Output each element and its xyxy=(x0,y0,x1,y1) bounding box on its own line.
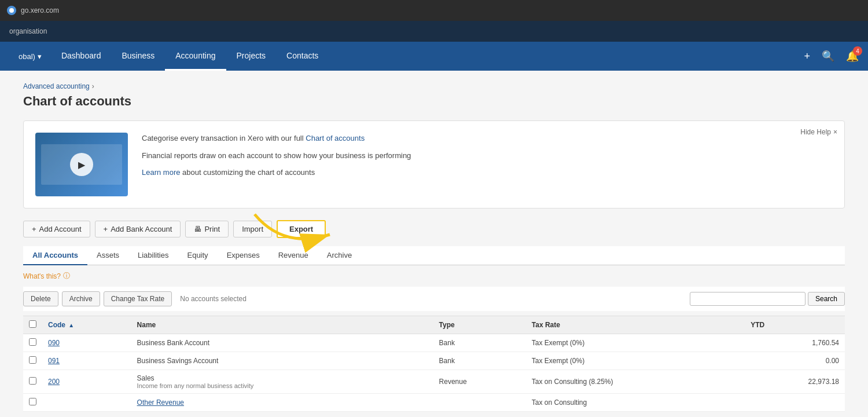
row-select-checkbox[interactable] xyxy=(29,338,36,346)
org-selector[interactable]: obal) ▾ xyxy=(9,52,51,61)
video-thumbnail[interactable]: ▶ xyxy=(35,133,128,196)
row-select-checkbox[interactable] xyxy=(29,356,36,364)
search-icon[interactable]: 🔍 xyxy=(822,50,834,63)
row-tax-rate: Tax Exempt (0%) xyxy=(526,352,745,370)
add-bank-account-button[interactable]: + Add Bank Account xyxy=(95,221,181,237)
tab-all-accounts[interactable]: All Accounts xyxy=(23,246,87,265)
info-icon: ⓘ xyxy=(63,271,70,281)
account-code-link[interactable]: 091 xyxy=(48,357,60,365)
org-name: obal) xyxy=(19,52,35,61)
row-type: Bank xyxy=(433,334,526,352)
row-checkbox xyxy=(23,394,42,412)
row-name: Other Revenue xyxy=(131,394,433,412)
no-selected-label: No accounts selected xyxy=(180,295,247,303)
notification-button[interactable]: 🔔 4 xyxy=(846,50,859,63)
archive-button[interactable]: Archive xyxy=(62,291,100,306)
row-type: Revenue xyxy=(433,370,526,394)
add-account-button[interactable]: + Add Account xyxy=(23,221,90,237)
play-button[interactable]: ▶ xyxy=(70,153,93,176)
browser-url: go.xero.com xyxy=(21,6,59,14)
nav-right: + 🔍 🔔 4 xyxy=(804,50,868,63)
code-sort-link[interactable]: Code ▲ xyxy=(48,321,74,329)
org-label: organisation xyxy=(9,27,47,35)
xero-top-bar: organisation xyxy=(0,21,868,42)
search-button[interactable]: Search xyxy=(808,292,845,306)
row-name: Sales Income from any normal business ac… xyxy=(131,370,433,394)
info-box: ▶ Categorise every transaction in Xero w… xyxy=(23,120,845,209)
account-name-link[interactable]: Other Revenue xyxy=(137,398,184,407)
hide-help-button[interactable]: Hide Help × xyxy=(800,128,837,136)
row-tax-rate: Tax on Consulting (8.25%) xyxy=(526,370,745,394)
header-checkbox xyxy=(23,316,42,334)
nav-business[interactable]: Business xyxy=(111,42,165,71)
table-row: Other Revenue Tax on Consulting xyxy=(23,394,845,412)
nav-dashboard[interactable]: Dashboard xyxy=(51,42,112,71)
browser-bar: go.xero.com xyxy=(0,0,868,21)
browser-favicon xyxy=(7,6,16,15)
table-row: 200 Sales Income from any normal busines… xyxy=(23,370,845,394)
tab-revenue[interactable]: Revenue xyxy=(269,246,318,265)
page-content: Advanced accounting › Chart of accounts … xyxy=(0,71,868,417)
select-all-checkbox[interactable] xyxy=(29,320,36,328)
add-button[interactable]: + xyxy=(804,50,810,63)
row-name: Business Savings Account xyxy=(131,352,433,370)
row-tax-rate: Tax on Consulting xyxy=(526,394,745,412)
accounts-table: Code ▲ Name Type Tax Rate YTD 090 Busine… xyxy=(23,316,845,412)
tab-liabilities[interactable]: Liabilities xyxy=(128,246,178,265)
account-tabs: All Accounts Assets Liabilities Equity E… xyxy=(23,246,845,265)
tab-assets[interactable]: Assets xyxy=(87,246,128,265)
search-input[interactable] xyxy=(690,292,806,306)
tab-equity[interactable]: Equity xyxy=(178,246,217,265)
chart-of-accounts-link[interactable]: Chart of accounts xyxy=(306,134,365,142)
row-type xyxy=(433,394,526,412)
breadcrumb-parent[interactable]: Advanced accounting xyxy=(23,82,90,90)
import-button[interactable]: Import xyxy=(233,221,272,237)
action-bar: + Add Account + Add Bank Account 🖶 Print… xyxy=(23,220,845,238)
learn-more-link[interactable]: Learn more xyxy=(142,168,180,177)
nav-projects[interactable]: Projects xyxy=(226,42,277,71)
row-checkbox xyxy=(23,352,42,370)
row-ytd: 22,973.18 xyxy=(745,370,845,394)
nav-contacts[interactable]: Contacts xyxy=(276,42,329,71)
change-tax-rate-button[interactable]: Change Tax Rate xyxy=(104,291,172,306)
info-text-1: Categorise every transaction in Xero wit… xyxy=(142,133,833,144)
breadcrumb: Advanced accounting › xyxy=(23,82,845,90)
row-tax-rate: Tax Exempt (0%) xyxy=(526,334,745,352)
print-button[interactable]: 🖶 Print xyxy=(185,221,229,237)
row-ytd: 1,760.54 xyxy=(745,334,845,352)
header-ytd: YTD xyxy=(745,316,845,334)
row-type: Bank xyxy=(433,352,526,370)
svg-point-0 xyxy=(9,8,14,13)
row-select-checkbox[interactable] xyxy=(29,377,36,385)
delete-button[interactable]: Delete xyxy=(23,291,58,306)
row-code: 200 xyxy=(42,370,131,394)
header-name: Name xyxy=(131,316,433,334)
page-title: Chart of accounts xyxy=(23,94,845,109)
row-select-checkbox[interactable] xyxy=(29,398,36,405)
row-code: 090 xyxy=(42,334,131,352)
row-name-sub: Income from any normal business activity xyxy=(137,382,428,389)
tab-archive[interactable]: Archive xyxy=(318,246,361,265)
breadcrumb-separator: › xyxy=(92,82,94,90)
account-code-link[interactable]: 200 xyxy=(48,378,60,386)
row-ytd: 0.00 xyxy=(745,352,845,370)
info-text-3: Learn more about customizing the chart o… xyxy=(142,167,833,178)
nav-items: Dashboard Business Accounting Projects C… xyxy=(51,42,329,71)
export-button[interactable]: Export xyxy=(277,220,326,238)
account-code-link[interactable]: 090 xyxy=(48,339,60,347)
bank-icon: + xyxy=(104,225,108,233)
table-row: 090 Business Bank Account Bank Tax Exemp… xyxy=(23,334,845,352)
info-text: Categorise every transaction in Xero wit… xyxy=(142,133,833,196)
table-toolbar: Delete Archive Change Tax Rate No accoun… xyxy=(23,287,845,311)
chevron-down-icon: ▾ xyxy=(38,52,42,61)
row-checkbox xyxy=(23,334,42,352)
row-code: 091 xyxy=(42,352,131,370)
tab-expenses[interactable]: Expenses xyxy=(218,246,269,265)
table-header-row: Code ▲ Name Type Tax Rate YTD xyxy=(23,316,845,334)
info-text-2: Financial reports draw on each account t… xyxy=(142,150,833,162)
nav-accounting[interactable]: Accounting xyxy=(165,42,226,71)
plus-icon: + xyxy=(32,225,36,233)
whats-this[interactable]: What's this? ⓘ xyxy=(23,271,845,281)
notification-badge: 4 xyxy=(853,46,862,56)
row-code xyxy=(42,394,131,412)
